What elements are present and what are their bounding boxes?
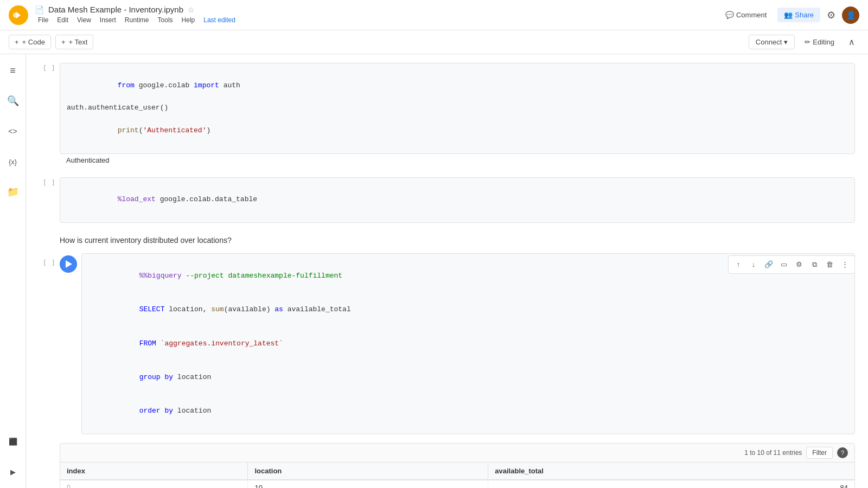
settings-cell-button[interactable]: ⚙ (793, 258, 806, 271)
sidebar-variables-icon[interactable]: {x} (3, 152, 23, 171)
cell-toolbar: ↑ ↓ 🔗 ▭ ⚙ ⧉ 🗑 ⋮ (728, 255, 855, 274)
menu-edit[interactable]: Edit (54, 15, 72, 25)
top-right-actions: 💬 Comment 👥 Share ⚙ 👤 (719, 7, 859, 24)
col-index: index (60, 463, 248, 480)
dropdown-arrow-icon: ▾ (784, 38, 788, 46)
menu-bar: File Edit View Insert Runtime Tools Help… (35, 15, 712, 25)
drive-icon: 📄 (35, 5, 44, 14)
cell-2-line-1: %load_ext google.colab.data_table (67, 183, 848, 217)
share-icon: 👥 (784, 11, 793, 19)
run-cell-button[interactable] (60, 255, 77, 273)
cell-1-line-1: from google.colab import auth (67, 69, 848, 102)
cell-location: 10 (248, 480, 488, 488)
sql-line-4: group by location (88, 361, 848, 394)
svg-point-1 (13, 12, 18, 18)
run-triangle-icon (66, 260, 72, 268)
table-row: 0 10 84 (60, 480, 854, 488)
cell-index: 0 (60, 480, 248, 488)
filter-button[interactable]: Filter (806, 447, 833, 459)
comment-button[interactable]: 💬 Comment (719, 8, 773, 22)
cell-1-output: Authenticated (60, 154, 855, 169)
text-cell[interactable]: How is current inventory distributed ove… (39, 232, 855, 249)
sidebar-code-icon[interactable]: <> (3, 121, 23, 141)
menu-insert[interactable]: Insert (97, 15, 119, 25)
menu-runtime[interactable]: Runtime (122, 15, 152, 25)
cell-1-line-3: print('Authenticated') (67, 114, 848, 147)
menu-view[interactable]: View (74, 15, 94, 25)
pencil-icon: ✏ (805, 38, 810, 46)
add-code-button[interactable]: + + Code (9, 35, 51, 49)
menu-help[interactable]: Help (178, 15, 199, 25)
help-button[interactable]: ? (837, 447, 848, 458)
table-entry-count: 1 to 10 of 11 entries (744, 449, 802, 457)
copy-button[interactable]: ⧉ (808, 258, 821, 271)
menu-last-edited[interactable]: Last edited (200, 15, 239, 25)
sql-line-5: order by location (88, 395, 848, 428)
sidebar-files-icon[interactable]: 📁 (3, 182, 23, 202)
title-area: 📄 Data Mesh Example - Inventory.ipynb ☆ … (35, 5, 712, 25)
notebook-title[interactable]: Data Mesh Example - Inventory.ipynb (48, 5, 183, 14)
move-down-button[interactable]: ↓ (747, 258, 760, 271)
main-layout: ≡ 🔍 <> {x} 📁 ⬛ ▶ [ ] from google.colab i… (0, 54, 868, 488)
sql-cell-content[interactable]: %%bigquery --project datameshexample-ful… (81, 253, 855, 434)
delete-button[interactable]: 🗑 (823, 258, 836, 271)
notebook-area: [ ] from google.colab import auth auth.a… (26, 54, 868, 488)
cell-available-total: 84 (488, 480, 854, 488)
cell-1-content[interactable]: from google.colab import auth auth.authe… (60, 63, 855, 154)
sql-line-3: FROM `aggregates.inventory_latest` (88, 327, 848, 361)
plus-text-icon: + (61, 38, 66, 46)
more-button[interactable]: ⋮ (838, 258, 851, 271)
expand-button[interactable]: ▭ (777, 258, 790, 271)
notebook-toolbar: + + Code + + Text Connect ▾ ✏ Editing ∧ (0, 30, 868, 54)
add-text-button[interactable]: + + Text (55, 35, 93, 49)
cell-2: [ ] %load_ext google.colab.data_table (39, 177, 855, 223)
comment-icon: 💬 (725, 11, 734, 19)
sidebar-search-icon[interactable]: 🔍 (3, 91, 23, 111)
settings-button[interactable]: ⚙ (825, 7, 838, 23)
cell-1: [ ] from google.colab import auth auth.a… (39, 63, 855, 169)
plus-icon: + (15, 38, 19, 46)
gear-icon: ⚙ (827, 10, 835, 21)
cell-2-content[interactable]: %load_ext google.colab.data_table (60, 177, 855, 223)
sidebar-run-icon[interactable]: ▶ (3, 462, 23, 481)
cell-2-bracket: [ ] (39, 177, 55, 187)
sql-cell-bracket: [ ] (39, 253, 55, 267)
cell-1-line-2: auth.authenticate_user() (67, 102, 848, 114)
col-available-total: available_total (488, 463, 854, 480)
data-table-wrapper: 1 to 10 of 11 entries Filter ? index loc… (60, 443, 855, 488)
link-button[interactable]: 🔗 (762, 258, 775, 271)
data-table: index location available_total 0 10 84 1… (60, 463, 854, 488)
sql-cell: ↑ ↓ 🔗 ▭ ⚙ ⧉ 🗑 ⋮ [ ] %%bigquery --project… (39, 253, 855, 434)
colab-logo (9, 5, 28, 25)
menu-tools[interactable]: Tools (155, 15, 176, 25)
cell-1-bracket: [ ] (39, 63, 55, 72)
connect-button[interactable]: Connect ▾ (749, 35, 795, 49)
top-bar: 📄 Data Mesh Example - Inventory.ipynb ☆ … (0, 0, 868, 30)
avatar-initial: 👤 (846, 11, 856, 20)
menu-file[interactable]: File (35, 15, 52, 25)
table-info-row: 1 to 10 of 11 entries Filter ? (60, 444, 854, 463)
table-header-row: index location available_total (60, 463, 854, 480)
avatar[interactable]: 👤 (842, 7, 859, 24)
editing-button[interactable]: ✏ Editing (799, 35, 840, 49)
move-up-button[interactable]: ↑ (732, 258, 745, 271)
collapse-button[interactable]: ∧ (844, 34, 859, 50)
left-sidebar: ≡ 🔍 <> {x} 📁 ⬛ ▶ (0, 54, 26, 488)
share-button[interactable]: 👥 Share (777, 8, 820, 22)
star-icon[interactable]: ☆ (188, 5, 195, 14)
sql-line-2: SELECT location, sum(available) as avail… (88, 293, 848, 326)
col-location: location (248, 463, 488, 480)
sidebar-menu-icon[interactable]: ≡ (3, 61, 23, 80)
sidebar-terminal-icon[interactable]: ⬛ (3, 432, 23, 451)
